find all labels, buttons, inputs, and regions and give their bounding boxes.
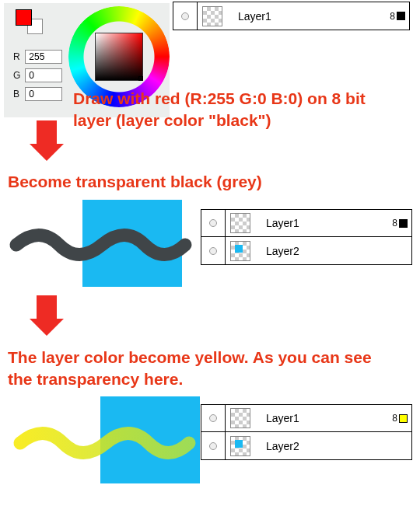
bit-depth-badge: 8 bbox=[392, 413, 397, 424]
canvas-demo-grey bbox=[82, 200, 182, 287]
primary-color-swatch[interactable] bbox=[16, 9, 32, 26]
sv-box[interactable] bbox=[95, 33, 143, 81]
arrow-down-icon bbox=[30, 120, 64, 161]
brush-stroke-icon bbox=[12, 222, 191, 276]
rgb-r-input[interactable] bbox=[25, 50, 62, 64]
layer-color-swatch[interactable] bbox=[399, 414, 408, 423]
layer-name-label: Layer2 bbox=[255, 440, 411, 452]
sv-marker-icon bbox=[138, 76, 143, 81]
layer-row[interactable]: Layer1 8 bbox=[201, 405, 411, 432]
layer-thumbnail bbox=[230, 241, 250, 261]
visibility-toggle-icon[interactable] bbox=[201, 216, 225, 230]
layer-thumbnail bbox=[202, 6, 222, 26]
caption-step2: Become transparent black (grey) bbox=[8, 171, 397, 193]
layer-panel-bot: Layer1 8 Layer2 bbox=[201, 404, 412, 460]
visibility-toggle-icon[interactable] bbox=[173, 9, 197, 23]
separator bbox=[225, 237, 226, 264]
rgb-b-row: B bbox=[13, 87, 62, 101]
layer-color-swatch[interactable] bbox=[399, 219, 408, 228]
rgb-r-label: R bbox=[13, 51, 23, 62]
rgb-r-row: R bbox=[13, 50, 62, 64]
layer-panel-mid: Layer1 8 Layer2 bbox=[201, 209, 412, 265]
layer-name-label: Layer1 bbox=[255, 412, 392, 424]
caption-step1: Draw with red (R:255 G:0 B:0) on 8 bit l… bbox=[73, 88, 408, 132]
layer-name-label: Layer1 bbox=[255, 217, 392, 229]
brush-stroke-icon bbox=[16, 420, 195, 474]
layer-row[interactable]: Layer2 bbox=[201, 432, 411, 459]
layer-thumbnail bbox=[230, 436, 250, 456]
separator bbox=[225, 432, 226, 459]
layer-name-label: Layer1 bbox=[227, 10, 390, 23]
rgb-g-row: G bbox=[13, 68, 62, 82]
visibility-toggle-icon[interactable] bbox=[201, 411, 225, 425]
rgb-g-input[interactable] bbox=[25, 68, 62, 82]
bit-depth-badge: 8 bbox=[392, 218, 397, 229]
separator bbox=[225, 405, 226, 431]
layer-thumbnail bbox=[230, 408, 250, 428]
layer-thumbnail bbox=[230, 213, 250, 233]
rgb-b-label: B bbox=[13, 89, 23, 99]
rgb-g-label: G bbox=[13, 70, 23, 81]
layer-panel-top: Layer1 8 bbox=[173, 2, 410, 30]
arrow-down-icon bbox=[30, 295, 64, 336]
separator bbox=[197, 2, 198, 30]
layer-row[interactable]: Layer2 bbox=[201, 237, 411, 264]
visibility-toggle-icon[interactable] bbox=[201, 439, 225, 453]
rgb-b-input[interactable] bbox=[25, 87, 62, 101]
layer-color-swatch[interactable] bbox=[397, 12, 405, 20]
layer-name-label: Layer2 bbox=[255, 245, 411, 257]
separator bbox=[225, 210, 226, 236]
visibility-toggle-icon[interactable] bbox=[201, 244, 225, 258]
canvas-demo-yellow bbox=[100, 396, 200, 483]
layer-row[interactable]: Layer1 8 bbox=[201, 210, 411, 237]
caption-step3: The layer color become yellow. As you ca… bbox=[8, 347, 397, 391]
bit-depth-badge: 8 bbox=[390, 11, 395, 22]
layer-row[interactable]: Layer1 8 bbox=[173, 2, 409, 30]
